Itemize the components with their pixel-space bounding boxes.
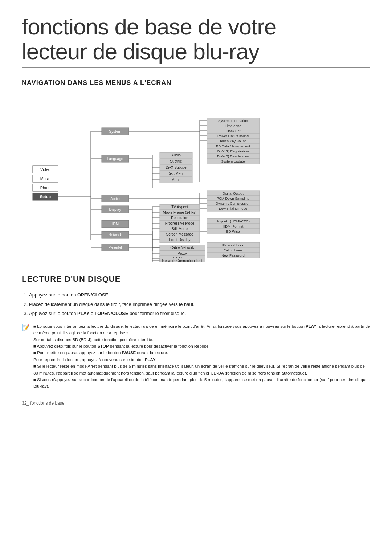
svg-text:PCM Down Sampling: PCM Down Sampling (217, 196, 249, 200)
svg-text:System: System (109, 130, 121, 134)
svg-text:Power On/Off sound: Power On/Off sound (217, 134, 249, 138)
svg-text:BD Wise: BD Wise (226, 229, 240, 233)
svg-text:Video: Video (40, 167, 50, 172)
svg-text:Dynamic Compression: Dynamic Compression (216, 201, 250, 205)
navigation-diagram: Video Music Photo Setup System Language … (22, 95, 370, 263)
svg-text:Downmixing mode: Downmixing mode (219, 206, 247, 210)
svg-text:Digital Output: Digital Output (222, 191, 244, 195)
svg-text:Progressive Mode: Progressive Mode (165, 221, 195, 225)
svg-text:Photo: Photo (40, 185, 51, 190)
section1-title: NAVIGATION DANS LES MENUS A L'ECRAN (22, 79, 370, 89)
lecture-title: LECTURE D'UN DISQUE (22, 274, 370, 286)
svg-text:New Password: New Password (221, 253, 244, 257)
svg-text:Cable Network: Cable Network (170, 246, 195, 250)
svg-text:Anynet+ (HDMI-CEC): Anynet+ (HDMI-CEC) (216, 219, 250, 223)
svg-text:Audio: Audio (110, 197, 120, 201)
svg-text:Subtitle: Subtitle (170, 159, 182, 163)
diagram-svg: Video Music Photo Setup System Language … (22, 95, 356, 262)
svg-text:Touch Key Sound: Touch Key Sound (220, 139, 246, 143)
svg-text:TV Aspect: TV Aspect (171, 205, 188, 209)
svg-text:System Information: System Information (218, 119, 248, 123)
svg-text:Front Display: Front Display (169, 238, 191, 242)
svg-text:Parental: Parental (108, 246, 122, 250)
svg-text:Audio: Audio (171, 153, 181, 157)
svg-text:HDMI Format: HDMI Format (223, 224, 244, 228)
note-icon: 📝 (22, 324, 30, 390)
svg-text:Proxy: Proxy (177, 251, 187, 255)
svg-text:Language: Language (107, 157, 123, 161)
notes-block: 📝 ■ Lorsque vous interrompez la lecture … (22, 323, 370, 390)
svg-text:Resolution: Resolution (171, 216, 188, 220)
svg-text:Clock Set: Clock Set (226, 129, 241, 133)
main-title: fonctions de base de votre lecteur de di… (22, 15, 370, 68)
svg-text:Rating Level: Rating Level (224, 248, 243, 252)
notes-content: ■ Lorsque vous interrompez la lecture du… (33, 323, 370, 390)
step-3: Appuyez sur le bouton PLAY ou OPEN/CLOSE… (29, 310, 370, 317)
page-footer: 32_ fonctions de base (22, 401, 370, 406)
svg-text:DivX(R) Registration: DivX(R) Registration (217, 149, 249, 153)
svg-text:Parental Lock: Parental Lock (222, 243, 244, 247)
svg-text:Network Connection Test: Network Connection Test (162, 259, 203, 262)
svg-text:Display: Display (109, 208, 121, 212)
svg-text:DivX(R) Deactivation: DivX(R) Deactivation (217, 154, 249, 158)
svg-text:Disc Menu: Disc Menu (167, 172, 184, 176)
step-2: Placez délicatement un disque dans le ti… (29, 301, 370, 308)
svg-text:System Update: System Update (221, 159, 245, 163)
lecture-section: LECTURE D'UN DISQUE Appuyez sur le bouto… (22, 274, 370, 389)
svg-text:Music: Music (40, 176, 51, 181)
svg-text:Screen Message: Screen Message (166, 232, 193, 236)
svg-text:Time Zone: Time Zone (225, 124, 241, 128)
svg-text:Movie Frame (24 Fs): Movie Frame (24 Fs) (163, 210, 197, 214)
svg-text:Still Mode: Still Mode (172, 227, 188, 231)
svg-text:DivX Subtitle: DivX Subtitle (166, 165, 187, 169)
svg-text:Menu: Menu (171, 178, 180, 182)
svg-text:BD Data Management: BD Data Management (216, 144, 250, 148)
step-1: Appuyez sur le bouton OPEN/CLOSE. (29, 291, 370, 299)
svg-text:Network: Network (109, 233, 122, 237)
svg-text:Setup: Setup (40, 195, 51, 199)
svg-text:HDMI: HDMI (110, 222, 120, 226)
steps-list: Appuyez sur le bouton OPEN/CLOSE. Placez… (29, 291, 370, 317)
